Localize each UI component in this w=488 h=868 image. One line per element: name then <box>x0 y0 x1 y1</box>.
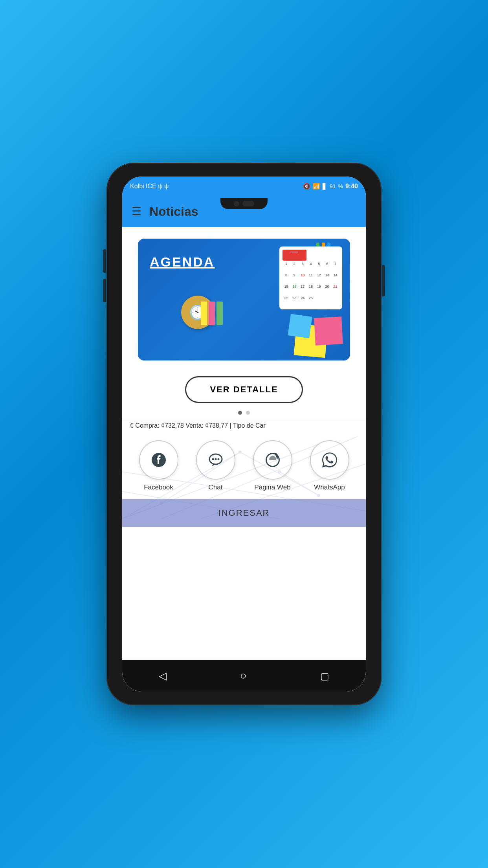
svg-line-12 <box>279 472 319 495</box>
recents-button[interactable] <box>320 670 329 682</box>
battery-text: 91 <box>330 183 336 189</box>
main-content: AGENDA ━━━━ 1 2 3 4 <box>122 227 366 660</box>
svg-line-4 <box>122 491 279 519</box>
camera-dot <box>234 201 239 206</box>
status-bar: Kolbi ICE ψ ψ 🔇 📶 ▋ 91% 9:40 <box>122 177 366 196</box>
social-buttons-grid: Facebook Chat <box>122 432 366 499</box>
strip-green <box>216 302 223 325</box>
vol-down-button[interactable] <box>103 279 106 302</box>
sticky-pink <box>314 316 343 346</box>
status-right: 🔇 📶 ▋ 91% 9:40 <box>303 183 358 190</box>
exchange-rate-ticker: € Compra: ¢732,78 Venta: ¢738,77 | Tipo … <box>122 419 366 432</box>
phone-screen: Kolbi ICE ψ ψ 🔇 📶 ▋ 91% 9:40 ☰ Noticias <box>122 177 366 691</box>
agenda-card[interactable]: AGENDA ━━━━ 1 2 3 4 <box>138 239 350 360</box>
network-lines-decoration <box>122 432 366 519</box>
hamburger-menu-icon[interactable]: ☰ <box>132 206 141 217</box>
strips-decoration <box>201 302 223 325</box>
wifi-icon: 📶 <box>313 183 320 190</box>
carrier-text: Kolbi ICE ψ ψ <box>130 183 169 190</box>
bottom-navigation <box>122 660 366 691</box>
phone-frame: Kolbi ICE ψ ψ 🔇 📶 ▋ 91% 9:40 ☰ Noticias <box>106 163 382 705</box>
strip-yellow <box>201 302 207 325</box>
back-button[interactable] <box>159 670 167 682</box>
page-title: Noticias <box>149 204 198 219</box>
svg-line-3 <box>201 464 366 519</box>
camera-notch <box>220 198 268 209</box>
agenda-label: AGENDA <box>150 254 215 270</box>
home-button[interactable] <box>240 669 247 682</box>
camera-sensor <box>242 201 254 206</box>
strip-pink <box>209 302 215 325</box>
svg-line-10 <box>161 452 240 503</box>
mute-icon: 🔇 <box>303 183 310 190</box>
ver-detalle-button[interactable]: VER DETALLE <box>185 376 303 403</box>
carousel-dots <box>122 411 366 415</box>
vol-up-button[interactable] <box>103 249 106 273</box>
svg-line-2 <box>161 436 358 519</box>
dot-2 <box>246 411 250 415</box>
svg-line-11 <box>240 452 319 495</box>
svg-line-1 <box>122 444 319 519</box>
power-button[interactable] <box>382 265 385 296</box>
sticky-blue <box>288 314 312 338</box>
time-text: 9:40 <box>345 183 358 190</box>
dot-1 <box>238 411 242 415</box>
agenda-background: AGENDA ━━━━ 1 2 3 4 <box>138 239 350 360</box>
signal-icon: ▋ <box>323 183 327 190</box>
calendar-decoration: ━━━━ 1 2 3 4 5 6 7 8 9 10 11 12 <box>279 246 342 309</box>
